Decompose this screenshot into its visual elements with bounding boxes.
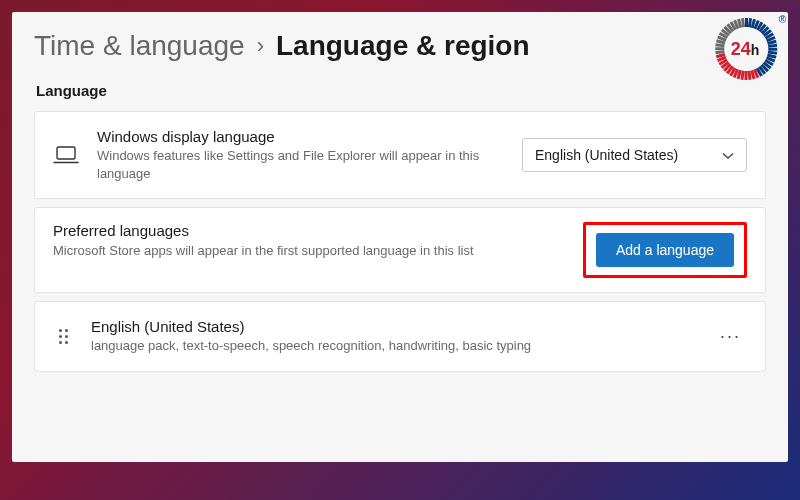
settings-panel: Time & language › Language & region Lang… — [12, 12, 788, 462]
display-language-selected: English (United States) — [535, 147, 678, 163]
more-options-button[interactable]: ··· — [714, 322, 747, 351]
display-language-row: Windows display language Windows feature… — [34, 111, 766, 199]
svg-rect-0 — [57, 147, 75, 159]
breadcrumb: Time & language › Language & region — [34, 30, 766, 62]
registered-mark: ® — [779, 14, 786, 25]
language-item-name: English (United States) — [91, 318, 696, 335]
display-language-select[interactable]: English (United States) — [522, 138, 747, 172]
breadcrumb-current: Language & region — [276, 30, 530, 62]
section-heading-language: Language — [36, 82, 766, 99]
logo-suffix: h — [751, 42, 760, 58]
logo-number: 24 — [731, 39, 751, 60]
preferred-languages-desc: Microsoft Store apps will appear in the … — [53, 242, 565, 260]
display-language-title: Windows display language — [97, 128, 504, 145]
chevron-right-icon: › — [257, 33, 264, 59]
display-language-desc: Windows features like Settings and File … — [97, 147, 504, 182]
drag-handle-icon[interactable] — [53, 329, 73, 344]
add-language-button[interactable]: Add a language — [596, 233, 734, 267]
laptop-icon — [53, 142, 79, 168]
language-item-features: language pack, text-to-speech, speech re… — [91, 337, 696, 355]
breadcrumb-parent[interactable]: Time & language — [34, 30, 245, 62]
preferred-languages-title: Preferred languages — [53, 222, 565, 239]
preferred-languages-row: Preferred languages Microsoft Store apps… — [34, 207, 766, 293]
language-item-row[interactable]: English (United States) language pack, t… — [34, 301, 766, 372]
highlight-annotation: Add a language — [583, 222, 747, 278]
chevron-down-icon — [722, 147, 734, 163]
brand-logo: 24h ® — [712, 16, 782, 86]
